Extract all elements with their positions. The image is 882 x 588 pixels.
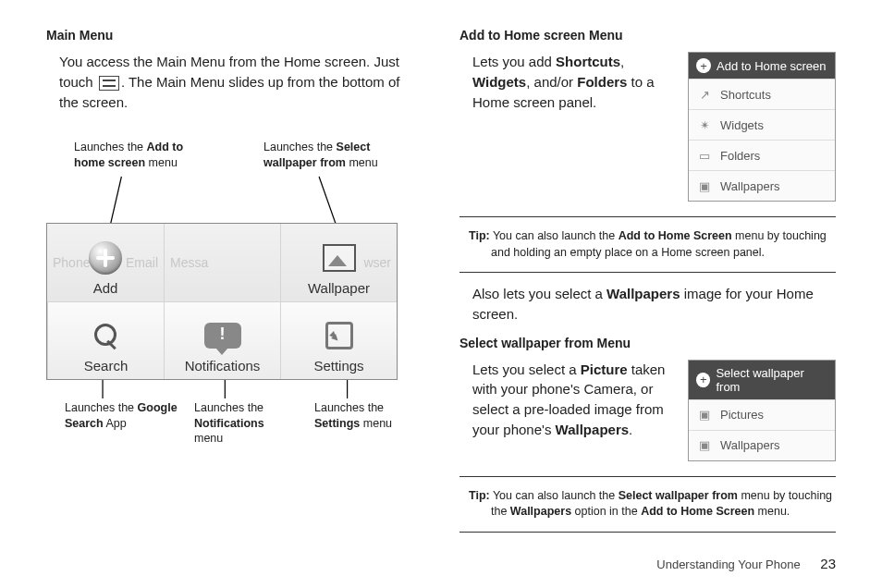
- label-wallpaper: Wallpaper: [308, 280, 370, 296]
- separator: [459, 476, 836, 477]
- arrow-icon: ↗: [696, 86, 713, 103]
- row-pictures[interactable]: ▣Pictures: [689, 399, 835, 430]
- folder-icon: ▭: [696, 147, 713, 164]
- menu-icon: [99, 76, 119, 91]
- tip-add-home: Tip: You can also launch the Add to Home…: [459, 228, 836, 261]
- plus-circle-icon: +: [696, 373, 710, 387]
- label-settings: Settings: [313, 358, 363, 374]
- bg-messa: Messa: [170, 255, 208, 270]
- plus-icon: [89, 241, 122, 275]
- callout-notifications: Launches the Notifications menu: [194, 400, 296, 446]
- cell-notifications[interactable]: Notifications: [164, 301, 280, 379]
- picture-icon: [323, 244, 356, 272]
- picture-icon: ▣: [696, 178, 713, 194]
- picture-icon: ▣: [696, 407, 713, 423]
- add-home-heading: Add to Home screen Menu: [459, 28, 836, 43]
- panel-header: + Add to Home screen: [689, 53, 835, 79]
- chapter-name: Understanding Your Phone: [656, 557, 800, 571]
- page-number: 23: [820, 556, 836, 571]
- notification-icon: [204, 323, 241, 349]
- callout-select-wallpaper: Launches the Select wallpaper from menu: [263, 140, 393, 170]
- callout-search: Launches the Google Search App: [65, 400, 185, 431]
- cell-settings[interactable]: Settings: [280, 301, 397, 379]
- separator: [459, 216, 836, 217]
- panel-header: + Select wallpaper from: [689, 361, 835, 399]
- settings-icon: [325, 322, 353, 349]
- select-wallpaper-para: Lets you select a Picture taken with you…: [472, 360, 675, 440]
- separator: [459, 532, 836, 533]
- main-menu-intro: You access the Main Menu from the Home s…: [59, 52, 423, 112]
- row-folders[interactable]: ▭Folders: [689, 140, 835, 170]
- row-wallpapers[interactable]: ▣Wallpapers: [689, 170, 835, 201]
- main-menu-diagram: Launches the Add to home screen menu Lau…: [46, 140, 423, 445]
- gear-icon: ✴: [696, 116, 713, 133]
- cell-wallpaper-blank: Messa: [164, 224, 280, 301]
- cell-wallpaper[interactable]: wser Wallpaper: [280, 224, 397, 301]
- tip-select-wallpaper: Tip: You can also launch the Select wall…: [459, 488, 836, 521]
- picture-icon: ▣: [696, 437, 713, 454]
- label-search: Search: [84, 358, 129, 374]
- bg-browser: wser: [363, 255, 391, 270]
- add-home-para: Lets you add Shortcuts, Widgets, and/or …: [472, 52, 675, 112]
- panel-title: Add to Home screen: [717, 59, 827, 73]
- bg-email: Email: [126, 255, 158, 270]
- select-wallpaper-panel: + Select wallpaper from ▣Pictures ▣Wallp…: [688, 360, 836, 461]
- row-wallpapers2[interactable]: ▣Wallpapers: [689, 430, 835, 460]
- separator: [459, 272, 836, 273]
- select-wallpaper-heading: Select wallpaper from Menu: [459, 336, 836, 350]
- label-notifications: Notifications: [185, 358, 261, 374]
- add-home-panel: + Add to Home screen ↗Shortcuts ✴Widgets…: [688, 52, 836, 202]
- panel-title: Select wallpaper from: [716, 366, 827, 394]
- row-shortcuts[interactable]: ↗Shortcuts: [689, 79, 835, 109]
- bg-phone: Phone: [53, 255, 90, 270]
- also-para: Also lets you select a Wallpapers image …: [472, 284, 836, 325]
- main-menu-grid: Phone Email Add Messa wser Wallpaper Sea…: [46, 223, 398, 380]
- plus-circle-icon: +: [696, 58, 711, 73]
- label-add: Add: [93, 280, 118, 296]
- callout-add-home: Launches the Add to home screen menu: [74, 140, 203, 170]
- row-widgets[interactable]: ✴Widgets: [689, 109, 835, 140]
- main-menu-heading: Main Menu: [46, 28, 423, 43]
- cell-add[interactable]: Phone Email Add: [47, 224, 164, 301]
- cell-search[interactable]: Search: [47, 301, 164, 379]
- search-icon: [90, 319, 123, 352]
- callout-settings: Launches the Settings menu: [314, 400, 416, 431]
- page-footer: Understanding Your Phone 23: [656, 556, 836, 571]
